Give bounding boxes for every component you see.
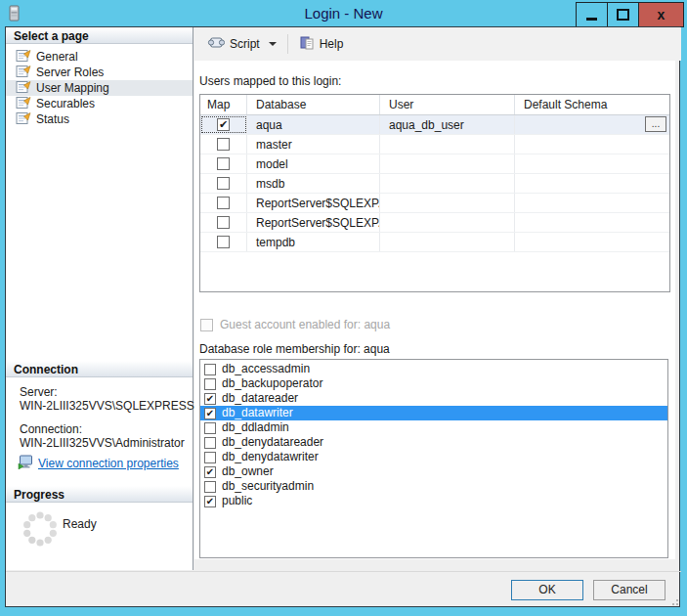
ok-button[interactable]: OK	[511, 580, 583, 600]
script-button[interactable]: Script	[203, 32, 280, 56]
resize-grip[interactable]	[668, 595, 678, 605]
window-controls: x	[576, 2, 684, 27]
close-button[interactable]: x	[638, 3, 683, 26]
role-list-item-db_accessadmin[interactable]: db_accessadmin	[200, 362, 667, 376]
map-cell[interactable]	[200, 194, 247, 212]
user-cell[interactable]	[380, 135, 515, 154]
connection-header: Connection	[6, 361, 193, 377]
map-checkbox[interactable]	[217, 157, 230, 170]
sidebar-item-status[interactable]: Status	[6, 111, 193, 127]
role-name: db_accessadmin	[222, 362, 310, 376]
role-checkbox[interactable]	[204, 481, 216, 493]
sidebar: Select a page General Server Roles	[6, 27, 193, 570]
map-cell[interactable]	[200, 174, 247, 193]
table-row[interactable]: ReportServer$SQLEXP...	[200, 213, 669, 233]
users-mapped-table: MapDatabaseUserDefault Schema aqua aqua_…	[199, 94, 670, 292]
table-row[interactable]: model	[200, 154, 669, 174]
map-checkbox[interactable]	[217, 216, 230, 229]
default-schema-cell[interactable]	[515, 135, 669, 154]
column-header-database: Database	[247, 95, 380, 114]
role-list-item-db_datareader[interactable]: db_datareader	[200, 391, 667, 406]
map-cell[interactable]	[200, 135, 247, 154]
page-icon	[16, 96, 31, 112]
role-checkbox[interactable]	[204, 437, 216, 449]
login-new-dialog: Login - New x Select a page General	[0, 0, 687, 616]
map-checkbox[interactable]	[217, 177, 230, 190]
connection-value: WIN-2LIII325VVS\Administrator	[20, 436, 185, 450]
sidebar-item-securables[interactable]: Securables	[6, 96, 193, 111]
table-row[interactable]: msdb	[200, 174, 669, 194]
role-name: db_datawriter	[222, 406, 293, 420]
page-icon	[16, 111, 31, 128]
role-checkbox[interactable]	[204, 408, 216, 419]
view-connection-properties-link[interactable]: View connection properties	[38, 457, 179, 470]
role-checkbox[interactable]	[204, 452, 216, 463]
user-cell[interactable]	[380, 154, 515, 173]
role-list-item-db_securityadmin[interactable]: db_securityadmin	[200, 479, 667, 494]
sidebar-item-general[interactable]: General	[6, 49, 193, 65]
table-row[interactable]: aqua aqua_db_user ...	[200, 115, 669, 135]
progress-spinner-icon	[21, 510, 59, 550]
server-value: WIN-2LIII325VVS\SQLEXPRESS	[20, 399, 194, 413]
table-body: aqua aqua_db_user ... master model msdb …	[200, 115, 669, 252]
role-checkbox[interactable]	[204, 496, 216, 507]
user-cell[interactable]	[380, 194, 515, 212]
role-list-item-db_owner[interactable]: db_owner	[200, 464, 667, 479]
help-button[interactable]: Help	[295, 32, 348, 57]
script-dropdown-icon[interactable]	[269, 42, 277, 46]
role-list-item-public[interactable]: public	[200, 494, 667, 508]
column-header-map: Map	[200, 95, 247, 114]
role-name: public	[222, 494, 252, 508]
role-list-item-db_denydatawriter[interactable]: db_denydatawriter	[200, 450, 667, 464]
role-checkbox[interactable]	[204, 364, 216, 375]
role-checkbox[interactable]	[204, 422, 216, 434]
role-name: db_ddladmin	[222, 420, 289, 435]
help-icon	[299, 35, 315, 54]
role-name: db_securityadmin	[222, 479, 314, 494]
cancel-button[interactable]: Cancel	[593, 580, 666, 600]
role-list-item-db_ddladmin[interactable]: db_ddladmin	[200, 420, 667, 435]
help-label: Help	[320, 37, 344, 51]
default-schema-cell[interactable]	[515, 233, 669, 251]
map-checkbox[interactable]	[217, 197, 230, 209]
map-cell[interactable]	[200, 154, 247, 173]
role-list-item-db_backupoperator[interactable]: db_backupoperator	[200, 376, 667, 391]
page-icon	[16, 80, 31, 97]
default-schema-cell[interactable]	[515, 154, 669, 173]
map-cell[interactable]	[200, 213, 247, 232]
role-checkbox[interactable]	[204, 378, 216, 390]
table-row[interactable]: tempdb	[200, 233, 669, 252]
footer-divider	[6, 571, 681, 572]
user-cell[interactable]	[380, 233, 515, 251]
sidebar-item-label: Status	[36, 112, 69, 126]
map-checkbox[interactable]	[217, 138, 230, 151]
user-cell[interactable]: aqua_db_user	[380, 115, 515, 134]
sidebar-item-server-roles[interactable]: Server Roles	[6, 65, 193, 80]
maximize-button[interactable]	[607, 3, 638, 26]
database-cell: ReportServer$SQLEXP...	[247, 194, 380, 212]
map-checkbox[interactable]	[217, 236, 230, 248]
user-cell[interactable]	[380, 213, 515, 232]
map-checkbox[interactable]	[217, 118, 230, 131]
user-cell[interactable]	[380, 174, 515, 193]
minimize-button[interactable]	[577, 3, 607, 26]
table-row[interactable]: ReportServer$SQLEXP...	[200, 194, 669, 213]
script-icon	[207, 35, 225, 53]
sidebar-item-user-mapping[interactable]: User Mapping	[6, 80, 193, 96]
connection-label: Connection:	[20, 422, 82, 436]
role-membership-label: Database role membership for: aqua	[199, 342, 390, 356]
role-list-item-db_denydatareader[interactable]: db_denydatareader	[200, 435, 667, 450]
map-cell[interactable]	[200, 233, 247, 251]
default-schema-cell[interactable]	[515, 174, 669, 193]
browse-schema-button[interactable]: ...	[645, 116, 666, 132]
default-schema-cell[interactable]	[515, 194, 669, 212]
role-checkbox[interactable]	[204, 393, 216, 405]
role-checkbox[interactable]	[204, 466, 216, 478]
minimize-icon	[586, 18, 597, 21]
role-list-item-db_datawriter[interactable]: db_datawriter	[200, 406, 667, 420]
progress-status: Ready	[63, 517, 97, 531]
table-row[interactable]: master	[200, 135, 669, 154]
default-schema-cell[interactable]	[515, 213, 669, 232]
map-cell[interactable]	[200, 115, 247, 134]
connection-properties-icon	[18, 455, 33, 472]
